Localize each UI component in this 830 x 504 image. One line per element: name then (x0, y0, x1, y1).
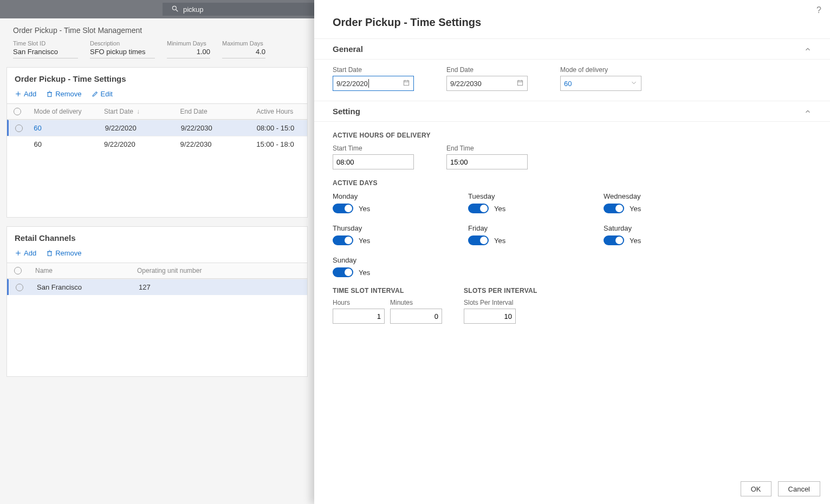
max-days-value[interactable]: 4.0 (222, 47, 265, 58)
channel-row[interactable]: San Francisco 127 (7, 279, 307, 295)
monday-toggle[interactable] (333, 204, 353, 213)
interval-header: TIME SLOT INTERVAL (333, 287, 442, 294)
side-panel: ? Order Pickup - Time Settings General S… (314, 0, 830, 504)
svg-rect-12 (404, 80, 408, 85)
slots-label: Slots Per Interval (464, 299, 516, 306)
retail-channels-title: Retail Channels (7, 227, 307, 247)
header-form: Time Slot ID San Francisco Description S… (0, 40, 314, 58)
min-days-label: Minimum Days (167, 40, 210, 47)
cell-mode[interactable]: 60 (29, 124, 105, 132)
channel-grid-header: Name Operating unit number (7, 263, 307, 279)
setting-section-header[interactable]: Setting (314, 101, 830, 122)
minutes-input[interactable] (390, 309, 442, 324)
col-mode[interactable]: Mode of delivery (28, 108, 104, 115)
wednesday-toggle[interactable] (604, 204, 624, 213)
page-title: Order Pickup - Time Slot Management (0, 18, 314, 40)
panel-title: Order Pickup - Time Settings (314, 0, 830, 38)
help-icon[interactable]: ? (816, 5, 821, 15)
start-time-label: Start Time (333, 145, 414, 152)
table-row[interactable]: 60 9/22/2020 9/22/2030 08:00 - 15:0 (7, 120, 307, 136)
description-value[interactable]: SFO pickup times (90, 47, 155, 58)
min-days-value[interactable]: 1.00 (167, 47, 210, 58)
svg-line-1 (176, 9, 178, 11)
edit-button[interactable]: Edit (92, 90, 113, 98)
time-slot-id-label: Time Slot ID (13, 40, 78, 47)
remove-button[interactable]: Remove (46, 90, 81, 98)
time-settings-card: Order Pickup - Time Settings Add Remove … (7, 67, 308, 218)
global-search[interactable]: pickup (163, 3, 314, 16)
chevron-up-icon (804, 108, 812, 115)
mode-of-delivery-select[interactable]: 60 (560, 76, 641, 91)
grid-header: Mode of delivery Start Date↓ End Date Ac… (7, 103, 307, 120)
start-time-input[interactable] (333, 154, 414, 169)
end-date-input[interactable]: 9/22/2030 (446, 76, 528, 91)
active-days-header: ACTIVE DAYS (333, 179, 812, 187)
active-hours-header: ACTIVE HOURS OF DELIVERY (333, 132, 812, 139)
general-section-header[interactable]: General (314, 38, 830, 60)
slots-input[interactable] (464, 309, 516, 324)
background-page: Order Pickup - Time Slot Management Time… (0, 18, 314, 504)
end-time-input[interactable] (446, 154, 528, 169)
col-unit[interactable]: Operating unit number (137, 267, 245, 274)
end-date-label: End Date (446, 66, 528, 74)
ok-button[interactable]: OK (741, 481, 771, 496)
chevron-up-icon (804, 45, 812, 53)
setting-header-label: Setting (333, 107, 360, 116)
cell-start: 9/22/2020 (105, 124, 181, 132)
search-icon (171, 5, 179, 14)
day-sunday: Sunday Yes (333, 256, 468, 277)
day-monday: Monday Yes (333, 192, 468, 213)
col-end[interactable]: End Date (180, 108, 257, 115)
svg-rect-9 (48, 252, 51, 256)
hours-input[interactable] (333, 309, 385, 324)
cell-start: 9/22/2020 (104, 140, 180, 148)
max-days-label: Maximum Days (222, 40, 265, 47)
day-saturday: Saturday Yes (604, 224, 739, 245)
time-slot-id-value[interactable]: San Francisco (13, 47, 78, 58)
description-label: Description (90, 40, 155, 47)
remove-label: Remove (55, 90, 81, 98)
svg-rect-16 (517, 80, 522, 85)
add-label: Add (24, 90, 36, 98)
friday-toggle[interactable] (468, 235, 489, 245)
add-button[interactable]: Add (15, 90, 36, 98)
tuesday-toggle[interactable] (468, 204, 489, 213)
hours-label: Hours (333, 299, 385, 306)
panel-footer: OK Cancel (314, 474, 830, 504)
day-thursday: Thursday Yes (333, 224, 468, 245)
day-wednesday: Wednesday Yes (604, 192, 739, 213)
retail-channels-card: Retail Channels Add Remove Name Operatin… (7, 226, 308, 377)
sunday-toggle[interactable] (333, 267, 353, 277)
cell-mode[interactable]: 60 (28, 140, 104, 148)
end-time-label: End Time (446, 145, 528, 152)
row-check[interactable] (15, 125, 23, 132)
cell-end: 9/22/2030 (181, 124, 257, 132)
minutes-label: Minutes (390, 299, 442, 306)
sort-down-icon: ↓ (137, 108, 140, 115)
start-date-input[interactable]: 9/22/2020 (333, 76, 414, 91)
time-settings-title: Order Pickup - Time Settings (7, 68, 307, 88)
calendar-icon[interactable] (516, 79, 524, 88)
col-start[interactable]: Start Date↓ (104, 108, 180, 115)
channel-select-all[interactable] (14, 267, 22, 274)
calendar-icon[interactable] (403, 79, 410, 88)
slots-header: SLOTS PER INTERVAL (464, 287, 537, 294)
cancel-button[interactable]: Cancel (778, 481, 820, 496)
start-date-label: Start Date (333, 66, 414, 74)
channel-add-button[interactable]: Add (15, 249, 36, 257)
cell-name: San Francisco (30, 283, 139, 291)
chevron-down-icon (630, 79, 638, 88)
saturday-toggle[interactable] (604, 235, 624, 245)
day-tuesday: Tuesday Yes (468, 192, 604, 213)
thursday-toggle[interactable] (333, 235, 353, 245)
edit-label: Edit (101, 90, 113, 98)
svg-rect-4 (48, 93, 51, 97)
select-all-check[interactable] (14, 108, 21, 115)
row-check[interactable] (16, 284, 23, 291)
general-header-label: General (333, 44, 363, 54)
channel-remove-button[interactable]: Remove (46, 249, 81, 257)
cell-end: 9/22/2030 (180, 140, 257, 148)
table-row[interactable]: 60 9/22/2020 9/22/2030 15:00 - 18:0 (7, 136, 307, 152)
col-hours[interactable]: Active Hours (256, 108, 307, 115)
col-name[interactable]: Name (29, 267, 137, 274)
